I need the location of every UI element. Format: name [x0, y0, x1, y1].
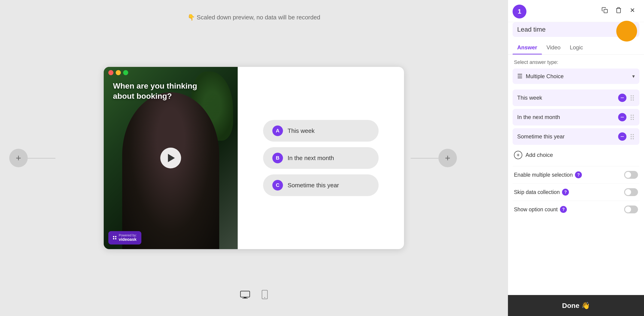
help-icon-multiple-selection[interactable]: ? [575, 171, 582, 178]
choice-text-b: In the next month [288, 155, 334, 162]
choice-text-c: Sometime this year [288, 182, 339, 189]
add-step-right-button[interactable]: + [438, 149, 457, 167]
play-icon [168, 154, 175, 162]
choice-item-b[interactable]: B In the next month [263, 147, 378, 169]
timeline-line-right [411, 158, 438, 158]
multiple-choice-icon: ☰ [517, 73, 522, 80]
remove-choice-1-button[interactable]: − [618, 113, 626, 121]
video-card: When are you thinking about booking? [104, 67, 404, 249]
choice-letter-b: B [272, 153, 283, 163]
add-choice-plus-icon: + [514, 151, 522, 159]
toggle-multiple-selection: Enable multiple selection ? [512, 166, 640, 183]
choice-item-c[interactable]: C Sometime this year [263, 174, 378, 196]
step-badge: 1 [512, 4, 526, 18]
tab-logic[interactable]: Logic [565, 41, 588, 54]
add-step-left-button[interactable]: + [9, 149, 28, 167]
add-choice-button[interactable]: + Add choice [512, 148, 554, 162]
svg-rect-5 [604, 9, 608, 13]
choice-letter-c: C [272, 180, 283, 190]
drag-handle-1[interactable] [630, 114, 635, 121]
videoask-logo [113, 236, 116, 239]
help-icon-show-option-count[interactable]: ? [560, 206, 567, 213]
notice-icon: 👇 [188, 14, 195, 21]
dot-green [123, 70, 128, 75]
choice-letter-a: A [272, 126, 283, 136]
choice-row-2: Sometime this year − [512, 128, 640, 145]
desktop-view-button[interactable] [238, 288, 252, 302]
answer-type-select[interactable]: ☰ Multiple Choice ▾ [512, 68, 640, 84]
powered-by-text: Powered by: videoask [119, 233, 137, 242]
toggle-show-option-count: Show option count ? [512, 201, 640, 218]
device-switcher [238, 288, 270, 302]
drag-handle-2[interactable] [630, 133, 635, 140]
toggle-multiple-selection-switch[interactable] [624, 171, 638, 179]
copy-button[interactable] [600, 5, 609, 16]
drag-handle-0[interactable] [630, 94, 635, 102]
person-silhouette [122, 92, 219, 249]
video-background: When are you thinking about booking? [104, 67, 238, 249]
toggle-show-option-count-switch[interactable] [624, 205, 638, 213]
window-chrome [104, 67, 404, 78]
dot-red [108, 70, 114, 75]
choice-row-text-1: In the next month [517, 114, 618, 120]
done-label: Done 👋 [562, 302, 590, 310]
choice-item-a[interactable]: A This week [263, 120, 378, 142]
preview-notice: 👇 Scaled down preview, no data will be r… [188, 14, 320, 21]
choices-section: A This week B In the next month C Someti… [238, 67, 404, 249]
panel-header [508, 0, 644, 22]
svg-rect-1 [244, 297, 246, 298]
mobile-view-button[interactable] [260, 288, 270, 302]
svg-point-4 [264, 297, 265, 298]
tab-video[interactable]: Video [542, 41, 565, 54]
choice-row-text-0: This week [517, 95, 618, 101]
timeline-line-left [28, 158, 56, 158]
answer-type-value: Multiple Choice [526, 73, 629, 80]
delete-button[interactable] [614, 5, 623, 16]
video-section: When are you thinking about booking? [104, 67, 238, 249]
choice-text-a: This week [288, 127, 314, 135]
toggle-skip-data-switch[interactable] [624, 188, 638, 196]
choice-row-1: In the next month − [512, 109, 640, 126]
play-button[interactable] [160, 148, 181, 168]
panel-content: Select answer type: ☰ Multiple Choice ▾ … [508, 55, 644, 295]
close-button[interactable] [628, 5, 637, 16]
toggle-skip-data: Skip data collection ? [512, 183, 640, 201]
question-title-input[interactable] [512, 22, 640, 37]
video-question-text: When are you thinking about booking? [113, 81, 214, 101]
add-choice-label: Add choice [526, 152, 553, 158]
dot-yellow [116, 70, 121, 75]
chevron-down-icon: ▾ [632, 73, 635, 79]
right-panel: 1 Answer Video [508, 0, 644, 316]
done-button[interactable]: Done 👋 [508, 295, 644, 316]
tab-answer[interactable]: Answer [512, 41, 542, 54]
choice-row-0: This week − [512, 90, 640, 106]
toggle-skip-data-label: Skip data collection ? [514, 189, 624, 196]
remove-choice-2-button[interactable]: − [618, 132, 626, 141]
toggle-show-option-count-label: Show option count ? [514, 206, 624, 213]
svg-rect-2 [242, 298, 248, 299]
choice-row-text-2: Sometime this year [517, 133, 618, 140]
toggle-multiple-selection-label: Enable multiple selection ? [514, 171, 624, 178]
remove-choice-0-button[interactable]: − [618, 94, 626, 102]
notice-text: Scaled down preview, no data will be rec… [197, 14, 320, 21]
powered-by-badge: Powered by: videoask [108, 231, 141, 245]
svg-rect-0 [240, 291, 250, 297]
panel-tabs: Answer Video Logic [508, 41, 644, 55]
main-canvas: 👇 Scaled down preview, no data will be r… [0, 0, 508, 316]
help-icon-skip-data[interactable]: ? [562, 189, 569, 196]
answer-type-label: Select answer type: [512, 59, 640, 65]
